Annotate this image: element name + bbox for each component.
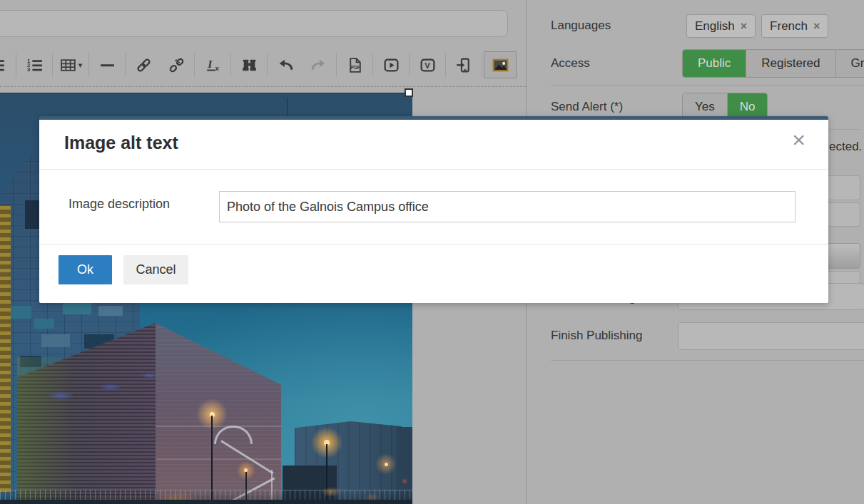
image-description-input[interactable] [219,191,796,222]
dialog-footer-divider [39,244,828,245]
languages-tags: English×French× [686,14,828,38]
ordered-list-icon[interactable]: 123 [18,51,51,78]
find-icon[interactable] [233,51,265,78]
panel-divider [551,360,864,361]
image-description-label: Image description [68,197,170,212]
toolbar-separator [409,53,410,77]
toolbar-separator [52,53,53,77]
dialog-header-divider [39,169,828,170]
photo-cube-seam [156,458,281,460]
toolbar-separator [194,53,195,77]
language-tag-label: English [695,19,735,34]
cancel-button[interactable]: Cancel [123,255,188,284]
svg-text:I: I [207,58,213,70]
toolbar-separator [230,53,231,77]
toolbar-divider [0,86,526,87]
toolbar-separator [336,53,337,77]
panel-field-edge [828,129,860,130]
access-option-public[interactable]: Public [683,50,746,77]
article-title-field[interactable] [0,10,508,37]
toolbar-separator [445,53,446,77]
unlink-icon[interactable] [160,51,193,78]
photo-tower-panel [25,200,41,229]
toolbar-separator [267,53,268,77]
access-button-group: PublicRegisteredGr [682,49,864,78]
page: 123▾IxPDFV L [0,0,864,504]
language-tag-french[interactable]: French× [761,14,828,38]
table-icon[interactable]: ▾ [54,51,87,78]
image-alt-dialog: Image alt text × Image description Ok Ca… [39,116,828,303]
languages-label: Languages [551,19,611,33]
toolbar-separator [482,53,482,77]
finish-publishing-input[interactable] [678,322,864,350]
language-tag-label: French [770,19,808,34]
access-option-registered[interactable]: Registered [746,50,835,77]
link-icon[interactable] [127,51,160,78]
toolbar-separator [372,53,373,77]
svg-text:PDF: PDF [350,65,360,70]
photo-ground [0,500,412,504]
bullet-list-icon[interactable] [0,51,14,78]
image-resize-handle[interactable] [405,88,413,97]
redo-icon[interactable] [302,51,335,78]
caret-down-icon: ▾ [78,61,83,70]
toolbar-separator [16,53,16,77]
access-label: Access [551,56,590,71]
finish-publishing-label: Finish Publishing [551,329,643,343]
mobile-insert-icon[interactable] [447,51,480,78]
access-option-gr[interactable]: Gr [836,50,864,77]
image-icon[interactable] [484,51,517,78]
ok-button[interactable]: Ok [59,255,112,284]
send-alert-label: Send Alert (*) [551,100,623,114]
horizontal-rule-icon[interactable] [91,51,123,78]
toolbar-separator [125,53,126,77]
close-icon[interactable]: × [792,128,805,151]
panel-divider [551,85,864,86]
vimeo-icon[interactable]: V [411,51,444,78]
photo-gold-facade [0,206,11,493]
clear-formatting-icon[interactable]: Ix [196,51,229,78]
media-play-icon[interactable] [375,51,407,78]
svg-text:x: x [215,64,219,72]
editor-toolbar: 123▾IxPDFV [0,51,517,79]
toolbar-separator [88,53,89,77]
remove-tag-icon[interactable]: × [813,20,820,33]
photo-streetlight [385,463,388,466]
svg-text:V: V [425,61,430,69]
clipped-panel-text: ected. [829,140,862,154]
pdf-embed-icon[interactable]: PDF [338,51,371,78]
undo-icon[interactable] [269,51,302,78]
remove-tag-icon[interactable]: × [741,20,747,33]
language-tag-english[interactable]: English× [686,14,756,38]
svg-text:3: 3 [27,66,31,73]
dialog-title: Image alt text [64,133,178,153]
